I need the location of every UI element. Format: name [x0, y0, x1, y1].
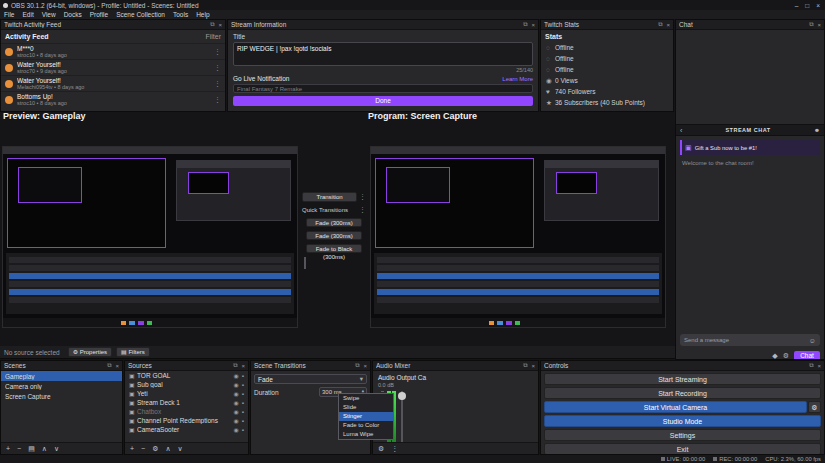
eye-icon[interactable]: ◉: [234, 408, 239, 415]
lock-icon[interactable]: ▪: [242, 382, 244, 388]
source-item[interactable]: ▣ Stream Deck 1 ◉ ▪: [125, 398, 248, 407]
menu-file[interactable]: File: [0, 11, 18, 18]
scene-item-gameplay[interactable]: Gameplay: [1, 371, 122, 381]
eye-icon[interactable]: ◉: [234, 417, 239, 424]
menu-tools[interactable]: Tools: [169, 11, 192, 18]
popout-icon[interactable]: ⧉: [523, 21, 527, 28]
mixer-settings-icon[interactable]: ⚙: [378, 445, 384, 453]
activity-item[interactable]: Water Yourself! stroc70 • 9 days ago ⋮: [1, 59, 225, 75]
popout-icon[interactable]: ⧉: [809, 21, 813, 28]
done-button[interactable]: Done: [233, 96, 533, 106]
source-item[interactable]: ▣ Yeti ◉ ▪: [125, 389, 248, 398]
move-scene-up-button[interactable]: ∧: [42, 445, 47, 453]
bits-icon[interactable]: ◆: [772, 352, 777, 360]
dropdown-option-luma-wipe[interactable]: Luma Wipe: [339, 430, 393, 439]
transition-menu-icon[interactable]: ⋮: [359, 193, 366, 201]
kebab-icon[interactable]: ⋮: [214, 80, 221, 88]
close-dock-icon[interactable]: ×: [363, 363, 367, 369]
scene-filters-button[interactable]: ▤: [28, 445, 35, 453]
menu-scene-collection[interactable]: Scene Collection: [112, 11, 169, 18]
lock-icon[interactable]: ▪: [242, 418, 244, 424]
close-dock-icon[interactable]: ×: [115, 363, 119, 369]
chat-message-input[interactable]: [684, 337, 809, 343]
lock-icon[interactable]: ▪: [242, 427, 244, 433]
scene-item-screen-capture[interactable]: Screen Capture: [1, 391, 122, 401]
close-dock-icon[interactable]: ×: [666, 22, 670, 28]
quick-transition-button[interactable]: Fade (300ms): [306, 231, 362, 240]
activity-feed-filter[interactable]: Filter: [205, 33, 221, 40]
transition-button[interactable]: Transition: [302, 192, 357, 202]
source-item[interactable]: ▣ Channel Point Redemptions ◉ ▪: [125, 416, 248, 425]
move-scene-down-button[interactable]: ∨: [54, 445, 59, 453]
source-item[interactable]: ▣ CameraSooter ◉ ▪: [125, 425, 248, 434]
menu-edit[interactable]: Edit: [18, 11, 37, 18]
quick-transitions-menu-icon[interactable]: ⋮: [359, 206, 366, 214]
add-source-button[interactable]: +: [130, 445, 134, 452]
filters-button[interactable]: ▤ Filters: [116, 347, 150, 357]
transition-select[interactable]: Fade ▾: [254, 374, 367, 384]
start-recording-button[interactable]: Start Recording: [544, 387, 821, 399]
go-live-input[interactable]: [233, 84, 533, 93]
stream-title-input[interactable]: RIP WEDGE | !pax !qotd !socials: [233, 42, 533, 66]
quick-transition-button[interactable]: Fade (300ms): [306, 218, 362, 227]
lock-icon[interactable]: ▪: [242, 400, 244, 406]
start-streaming-button[interactable]: Start Streaming: [544, 373, 821, 385]
emote-icon[interactable]: ☺: [809, 337, 816, 344]
popout-icon[interactable]: ⧉: [233, 362, 237, 369]
source-item[interactable]: ▣ Sub goal ◉ ▪: [125, 380, 248, 389]
menu-docks[interactable]: Docks: [60, 11, 86, 18]
chat-send-button[interactable]: Chat: [794, 351, 820, 361]
preview-canvas[interactable]: [2, 146, 298, 328]
source-item[interactable]: ▣ Chatbox ◉ ▪: [125, 407, 248, 416]
quick-transition-button[interactable]: Fade to Black (300ms): [306, 244, 362, 253]
close-dock-icon[interactable]: ×: [531, 22, 535, 28]
transition-scrollbar[interactable]: [304, 257, 306, 269]
add-scene-button[interactable]: +: [6, 445, 10, 452]
eye-icon[interactable]: ◉: [234, 372, 239, 379]
program-canvas[interactable]: [370, 146, 666, 328]
lock-icon[interactable]: ▪: [242, 391, 244, 397]
activity-item[interactable]: Water Yourself! Melachi0954tv • 8 days a…: [1, 75, 225, 91]
mixer-menu-icon[interactable]: ⋮: [391, 445, 398, 453]
eye-icon[interactable]: ◉: [234, 426, 239, 433]
menu-help[interactable]: Help: [192, 11, 213, 18]
source-item[interactable]: ▣ TOR GOAL ◉ ▪: [125, 371, 248, 380]
popout-icon[interactable]: ⧉: [658, 21, 662, 28]
kebab-icon[interactable]: ⋮: [214, 48, 221, 56]
close-dock-icon[interactable]: ×: [531, 363, 535, 369]
close-dock-icon[interactable]: ×: [241, 363, 245, 369]
exit-button[interactable]: Exit: [544, 443, 821, 455]
kebab-icon[interactable]: ⋮: [214, 96, 221, 104]
close-dock-icon[interactable]: ×: [817, 363, 821, 369]
remove-scene-button[interactable]: −: [17, 445, 21, 452]
dropdown-option-fade-to-color[interactable]: Fade to Color: [339, 421, 393, 430]
settings-button[interactable]: Settings: [544, 429, 821, 441]
dropdown-option-stinger[interactable]: Stinger: [339, 412, 393, 421]
remove-source-button[interactable]: −: [141, 445, 145, 452]
popout-icon[interactable]: ⧉: [355, 362, 359, 369]
start-virtual-camera-button[interactable]: Start Virtual Camera: [544, 401, 807, 413]
popout-icon[interactable]: ⧉: [523, 362, 527, 369]
eye-icon[interactable]: ◉: [234, 399, 239, 406]
chat-settings-icon[interactable]: ⚙: [783, 352, 789, 360]
dropdown-option-slide[interactable]: Slide: [339, 403, 393, 412]
close-icon[interactable]: ×: [816, 2, 820, 9]
popout-icon[interactable]: ⧉: [107, 362, 111, 369]
maximize-icon[interactable]: □: [805, 2, 809, 9]
move-source-up-button[interactable]: ∧: [165, 445, 170, 453]
scene-item-camera-only[interactable]: Camera only: [1, 381, 122, 391]
popout-icon[interactable]: ⧉: [210, 21, 214, 28]
viewers-icon[interactable]: ☻: [814, 127, 820, 133]
move-source-down-button[interactable]: ∨: [178, 445, 183, 453]
eye-icon[interactable]: ◉: [234, 381, 239, 388]
activity-item[interactable]: Bottoms Up! stroc10 • 8 days ago ⋮: [1, 91, 225, 107]
learn-more-link[interactable]: Learn More: [502, 76, 533, 82]
properties-button[interactable]: ⚙ Properties: [68, 347, 112, 357]
source-properties-button[interactable]: ⚙: [152, 445, 158, 453]
popout-icon[interactable]: ⧉: [809, 362, 813, 369]
gift-sub-banner[interactable]: ▣ Gift a Sub now to be #1!: [680, 140, 820, 155]
menu-profile[interactable]: Profile: [86, 11, 112, 18]
minimize-icon[interactable]: –: [795, 2, 799, 9]
close-dock-icon[interactable]: ×: [218, 22, 222, 28]
virtual-camera-settings-icon[interactable]: ⚙: [808, 401, 821, 413]
